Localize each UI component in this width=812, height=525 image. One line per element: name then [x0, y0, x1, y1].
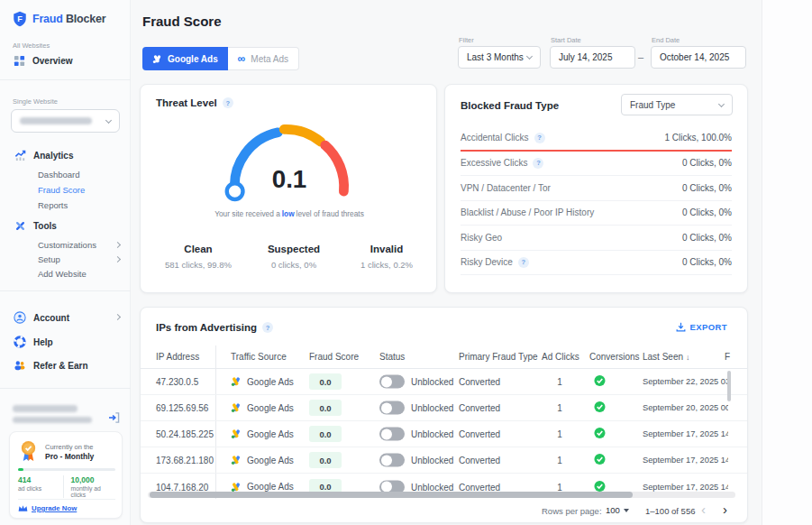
google-ads-icon: [231, 376, 242, 387]
logout-button[interactable]: [108, 410, 120, 427]
fraud-row-label: Blacklist / Abuse / Poor IP History: [461, 207, 594, 217]
upgrade-now-link[interactable]: Upgrade Now: [18, 504, 77, 512]
google-ads-icon: [231, 455, 242, 465]
block-toggle[interactable]: [379, 375, 405, 389]
sidebar-item-help[interactable]: Help: [14, 336, 53, 348]
cell-conversion: [594, 428, 606, 441]
block-toggle[interactable]: [379, 401, 405, 415]
help-icon[interactable]: ?: [533, 158, 543, 169]
next-page-button[interactable]: ›: [723, 502, 727, 517]
traffic-source-label: Google Ads: [247, 403, 294, 413]
cell-fraud-score: 0.0: [309, 452, 342, 468]
col-primary-fraud-type[interactable]: Primary Fraud Type: [459, 352, 538, 362]
horizontal-scrollbar[interactable]: [150, 492, 633, 498]
end-date-value: October 14, 2025: [660, 52, 729, 62]
cell-status: Unblocked: [379, 428, 453, 441]
refer-earn-label: Refer & Earn: [33, 361, 88, 371]
sidebar-item-setup[interactable]: Setup: [38, 254, 60, 264]
stat-invalid-value: 1 clicks, 0.2%: [340, 260, 433, 270]
help-icon[interactable]: ?: [518, 257, 529, 268]
sidebar-item-dashboard[interactable]: Dashboard: [38, 170, 79, 180]
used-clicks-value: 414: [18, 475, 63, 484]
end-date-label: End Date: [652, 36, 680, 44]
tools-wrench-icon: [14, 220, 26, 232]
cell-last-seen: September 17, 2025 14:5: [643, 429, 728, 438]
help-icon[interactable]: ?: [262, 322, 273, 333]
sidebar-item-analytics[interactable]: Analytics: [14, 150, 73, 161]
cell-ad-clicks: 1: [542, 482, 578, 492]
fraud-row-value: 1 Clicks, 100.0%: [665, 133, 732, 143]
traffic-source-label: Google Ads: [247, 377, 294, 387]
fraud-type-select[interactable]: Fraud Type: [621, 94, 733, 115]
table-row: 69.125.69.56 Google Ads 0.0 Unblocked Co…: [141, 395, 747, 421]
upgrade-now-label: Upgrade Now: [32, 504, 77, 512]
fraud-score-pill: 0.0: [309, 452, 342, 468]
sidebar-item-fraud-score[interactable]: Fraud Score: [38, 185, 85, 195]
blocked-fraud-type-card: Blocked Fraud Type Fraud Type Accidental…: [444, 84, 748, 293]
account-person-icon: [14, 311, 26, 324]
blocked-fraud-title: Blocked Fraud Type: [461, 100, 559, 111]
cell-traffic-source: Google Ads: [231, 455, 294, 465]
col-first-seen-truncated[interactable]: F: [725, 352, 730, 362]
sidebar-item-tools[interactable]: Tools: [14, 220, 57, 232]
check-circle-icon: [594, 375, 606, 387]
tab-google-ads[interactable]: Google Ads: [142, 47, 228, 70]
start-date-input[interactable]: July 14, 2025: [550, 46, 635, 69]
page-title: Fraud Score: [142, 14, 222, 29]
rows-per-page-select[interactable]: 100: [606, 505, 629, 515]
block-toggle[interactable]: [379, 428, 405, 441]
sidebar-item-account[interactable]: Account: [14, 311, 69, 324]
help-icon[interactable]: ?: [534, 133, 545, 143]
fraud-row-value: 0 Clicks, 0%: [682, 183, 732, 193]
sidebar-item-refer-earn[interactable]: Refer & Earn: [14, 360, 88, 372]
end-date-input[interactable]: October 14, 2025: [651, 46, 746, 69]
filter-select[interactable]: Last 3 Months: [458, 46, 541, 69]
block-toggle[interactable]: [379, 454, 405, 467]
check-circle-icon: [594, 401, 606, 413]
cell-conversion: [594, 454, 606, 467]
google-ads-icon: [231, 402, 242, 413]
col-fraud-score[interactable]: Fraud Score: [309, 352, 359, 362]
website-selector[interactable]: [11, 109, 120, 133]
table-row: 173.68.21.180 Google Ads 0.0 Unblocked C…: [141, 447, 747, 474]
plan-divider: [18, 499, 115, 500]
sidebar-item-reports[interactable]: Reports: [38, 200, 68, 210]
fraud-row-value: 0 Clicks, 0%: [682, 233, 732, 243]
previous-page-button[interactable]: ‹: [701, 502, 706, 517]
col-last-seen[interactable]: Last Seen↓: [643, 352, 690, 362]
stat-clean-value: 581 clicks, 99.8%: [151, 260, 245, 270]
vertical-scrollbar[interactable]: [727, 371, 731, 401]
google-ads-icon: [231, 428, 242, 439]
status-label: Unblocked: [411, 482, 453, 492]
threat-subtitle: Your site received alowlevel of fraud th…: [141, 209, 438, 218]
tab-meta-ads[interactable]: ∞ Meta Ads: [228, 47, 299, 70]
sidebar-item-customizations[interactable]: Customizations: [38, 240, 96, 250]
cell-last-seen: September 17, 2025 14:5: [643, 483, 728, 492]
fraud-row-value: 0 Clicks, 0%: [682, 257, 732, 267]
gauge-segment-high: [325, 145, 344, 191]
sidebar-item-overview[interactable]: Overview: [14, 55, 72, 67]
cell-traffic-source: Google Ads: [231, 376, 294, 387]
col-last-seen-label: Last Seen: [643, 352, 683, 362]
col-status[interactable]: Status: [379, 352, 405, 362]
status-label: Unblocked: [411, 377, 453, 387]
col-ip-address[interactable]: IP Address: [156, 352, 199, 362]
sidebar-item-add-website[interactable]: Add Website: [38, 269, 87, 279]
cell-conversion: [594, 375, 606, 389]
account-label: Account: [33, 313, 69, 323]
help-icon[interactable]: ?: [223, 97, 233, 108]
threat-score-value: 0.1: [272, 165, 307, 193]
col-traffic-source[interactable]: Traffic Source: [231, 352, 287, 362]
usage-progress-fill: [18, 468, 23, 471]
col-conversions[interactable]: Conversions: [589, 352, 640, 362]
brand-logo[interactable]: F Fraud Blocker: [12, 11, 105, 27]
cell-ip: 50.24.185.225: [156, 429, 214, 439]
threat-gauge: 0.1: [204, 114, 375, 222]
export-button[interactable]: EXPORT: [676, 322, 727, 332]
cell-status: Unblocked: [379, 454, 453, 467]
cell-ip: 104.7.168.20: [156, 482, 208, 492]
sort-desc-icon: ↓: [686, 353, 690, 362]
threat-subtitle-level: low: [282, 209, 295, 218]
fraud-score-pill: 0.0: [309, 373, 342, 390]
col-ad-clicks[interactable]: Ad Clicks: [542, 352, 579, 362]
